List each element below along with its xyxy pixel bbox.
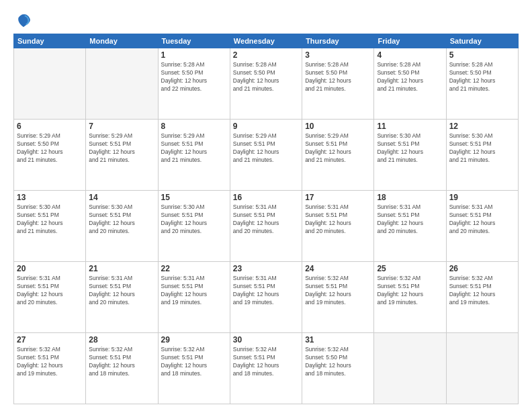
day-number: 17 [305, 193, 371, 202]
calendar-table: SundayMondayTuesdayWednesdayThursdayFrid… [13, 34, 519, 404]
calendar-cell: 29Sunrise: 5:32 AM Sunset: 5:51 PM Dayli… [158, 333, 230, 404]
day-number: 14 [89, 193, 154, 202]
day-number: 18 [377, 193, 443, 202]
day-info: Sunrise: 5:29 AM Sunset: 5:51 PM Dayligh… [161, 132, 227, 165]
logo-icon [13, 11, 32, 30]
calendar-cell: 27Sunrise: 5:32 AM Sunset: 5:51 PM Dayli… [14, 333, 86, 404]
day-info: Sunrise: 5:32 AM Sunset: 5:51 PM Dayligh… [449, 275, 515, 307]
day-number: 8 [161, 122, 227, 131]
day-number: 5 [449, 50, 515, 60]
calendar-cell: 18Sunrise: 5:31 AM Sunset: 5:51 PM Dayli… [374, 191, 446, 262]
calendar-cell: 26Sunrise: 5:32 AM Sunset: 5:51 PM Dayli… [446, 262, 518, 333]
calendar-cell: 24Sunrise: 5:32 AM Sunset: 5:51 PM Dayli… [302, 262, 374, 333]
calendar-cell: 31Sunrise: 5:32 AM Sunset: 5:50 PM Dayli… [302, 333, 374, 404]
day-info: Sunrise: 5:28 AM Sunset: 5:50 PM Dayligh… [377, 61, 443, 93]
day-number: 15 [161, 193, 227, 202]
day-of-week-header: Saturday [446, 34, 518, 48]
calendar-cell: 13Sunrise: 5:30 AM Sunset: 5:51 PM Dayli… [14, 191, 86, 262]
calendar-cell: 2Sunrise: 5:28 AM Sunset: 5:50 PM Daylig… [230, 48, 302, 120]
day-number: 11 [377, 122, 443, 131]
calendar-cell: 11Sunrise: 5:30 AM Sunset: 5:51 PM Dayli… [374, 120, 446, 191]
calendar-cell [374, 333, 446, 404]
calendar-cell [14, 48, 86, 120]
day-info: Sunrise: 5:31 AM Sunset: 5:51 PM Dayligh… [89, 275, 154, 307]
day-number: 30 [233, 335, 299, 345]
day-info: Sunrise: 5:30 AM Sunset: 5:51 PM Dayligh… [17, 203, 83, 236]
day-of-week-header: Sunday [14, 34, 86, 48]
day-info: Sunrise: 5:32 AM Sunset: 5:51 PM Dayligh… [233, 346, 299, 378]
calendar-week-row: 6Sunrise: 5:29 AM Sunset: 5:50 PM Daylig… [14, 120, 519, 191]
calendar-cell: 9Sunrise: 5:29 AM Sunset: 5:51 PM Daylig… [230, 120, 302, 191]
day-number: 25 [377, 264, 443, 273]
day-number: 19 [449, 193, 515, 202]
day-info: Sunrise: 5:28 AM Sunset: 5:50 PM Dayligh… [161, 61, 227, 93]
day-info: Sunrise: 5:31 AM Sunset: 5:51 PM Dayligh… [161, 275, 227, 307]
day-number: 26 [449, 264, 515, 273]
calendar-cell: 5Sunrise: 5:28 AM Sunset: 5:50 PM Daylig… [446, 48, 518, 120]
calendar-cell: 4Sunrise: 5:28 AM Sunset: 5:50 PM Daylig… [374, 48, 446, 120]
day-info: Sunrise: 5:28 AM Sunset: 5:50 PM Dayligh… [449, 61, 515, 93]
day-info: Sunrise: 5:29 AM Sunset: 5:51 PM Dayligh… [89, 132, 154, 165]
calendar-cell: 1Sunrise: 5:28 AM Sunset: 5:50 PM Daylig… [158, 48, 230, 120]
calendar-cell: 10Sunrise: 5:29 AM Sunset: 5:51 PM Dayli… [302, 120, 374, 191]
day-info: Sunrise: 5:31 AM Sunset: 5:51 PM Dayligh… [377, 203, 443, 236]
day-info: Sunrise: 5:32 AM Sunset: 5:51 PM Dayligh… [89, 346, 154, 378]
day-info: Sunrise: 5:29 AM Sunset: 5:51 PM Dayligh… [305, 132, 371, 165]
day-info: Sunrise: 5:28 AM Sunset: 5:50 PM Dayligh… [233, 61, 299, 93]
day-number: 23 [233, 264, 299, 273]
day-number: 20 [17, 264, 83, 273]
calendar-cell: 3Sunrise: 5:28 AM Sunset: 5:50 PM Daylig… [302, 48, 374, 120]
day-number: 1 [161, 50, 227, 60]
calendar-cell: 21Sunrise: 5:31 AM Sunset: 5:51 PM Dayli… [86, 262, 158, 333]
day-info: Sunrise: 5:32 AM Sunset: 5:50 PM Dayligh… [305, 346, 371, 378]
day-info: Sunrise: 5:30 AM Sunset: 5:51 PM Dayligh… [161, 203, 227, 236]
calendar-week-row: 13Sunrise: 5:30 AM Sunset: 5:51 PM Dayli… [14, 191, 519, 262]
day-info: Sunrise: 5:31 AM Sunset: 5:51 PM Dayligh… [233, 203, 299, 236]
calendar-cell: 6Sunrise: 5:29 AM Sunset: 5:50 PM Daylig… [14, 120, 86, 191]
day-number: 2 [233, 50, 299, 60]
day-info: Sunrise: 5:32 AM Sunset: 5:51 PM Dayligh… [17, 346, 83, 378]
calendar-cell: 17Sunrise: 5:31 AM Sunset: 5:51 PM Dayli… [302, 191, 374, 262]
calendar-week-row: 27Sunrise: 5:32 AM Sunset: 5:51 PM Dayli… [14, 333, 519, 404]
calendar-cell: 23Sunrise: 5:31 AM Sunset: 5:51 PM Dayli… [230, 262, 302, 333]
day-info: Sunrise: 5:32 AM Sunset: 5:51 PM Dayligh… [377, 275, 443, 307]
day-number: 10 [305, 122, 371, 131]
calendar-week-row: 1Sunrise: 5:28 AM Sunset: 5:50 PM Daylig… [14, 48, 519, 120]
calendar-cell: 30Sunrise: 5:32 AM Sunset: 5:51 PM Dayli… [230, 333, 302, 404]
calendar-cell: 16Sunrise: 5:31 AM Sunset: 5:51 PM Dayli… [230, 191, 302, 262]
day-info: Sunrise: 5:31 AM Sunset: 5:51 PM Dayligh… [17, 275, 83, 307]
calendar-week-row: 20Sunrise: 5:31 AM Sunset: 5:51 PM Dayli… [14, 262, 519, 333]
calendar-cell: 14Sunrise: 5:30 AM Sunset: 5:51 PM Dayli… [86, 191, 158, 262]
day-of-week-header: Monday [86, 34, 158, 48]
calendar-cell: 15Sunrise: 5:30 AM Sunset: 5:51 PM Dayli… [158, 191, 230, 262]
day-number: 22 [161, 264, 227, 273]
day-number: 9 [233, 122, 299, 131]
day-info: Sunrise: 5:30 AM Sunset: 5:51 PM Dayligh… [449, 132, 515, 165]
calendar-cell: 19Sunrise: 5:31 AM Sunset: 5:51 PM Dayli… [446, 191, 518, 262]
day-info: Sunrise: 5:30 AM Sunset: 5:51 PM Dayligh… [89, 203, 154, 236]
day-of-week-header: Wednesday [230, 34, 302, 48]
day-number: 21 [89, 264, 154, 273]
day-number: 12 [449, 122, 515, 131]
day-number: 3 [305, 50, 371, 60]
day-info: Sunrise: 5:31 AM Sunset: 5:51 PM Dayligh… [233, 275, 299, 307]
day-number: 4 [377, 50, 443, 60]
day-number: 13 [17, 193, 83, 202]
day-number: 7 [89, 122, 154, 131]
calendar-cell: 28Sunrise: 5:32 AM Sunset: 5:51 PM Dayli… [86, 333, 158, 404]
day-number: 29 [161, 335, 227, 345]
day-info: Sunrise: 5:29 AM Sunset: 5:51 PM Dayligh… [233, 132, 299, 165]
calendar-cell: 25Sunrise: 5:32 AM Sunset: 5:51 PM Dayli… [374, 262, 446, 333]
calendar-cell [86, 48, 158, 120]
day-of-week-header: Friday [374, 34, 446, 48]
calendar-body: 1Sunrise: 5:28 AM Sunset: 5:50 PM Daylig… [14, 48, 519, 404]
day-info: Sunrise: 5:29 AM Sunset: 5:50 PM Dayligh… [17, 132, 83, 165]
day-info: Sunrise: 5:31 AM Sunset: 5:51 PM Dayligh… [449, 203, 515, 236]
calendar-cell: 12Sunrise: 5:30 AM Sunset: 5:51 PM Dayli… [446, 120, 518, 191]
calendar-cell: 22Sunrise: 5:31 AM Sunset: 5:51 PM Dayli… [158, 262, 230, 333]
day-info: Sunrise: 5:30 AM Sunset: 5:51 PM Dayligh… [377, 132, 443, 165]
day-number: 16 [233, 193, 299, 202]
day-number: 27 [17, 335, 83, 345]
calendar-cell: 8Sunrise: 5:29 AM Sunset: 5:51 PM Daylig… [158, 120, 230, 191]
logo [13, 11, 35, 30]
